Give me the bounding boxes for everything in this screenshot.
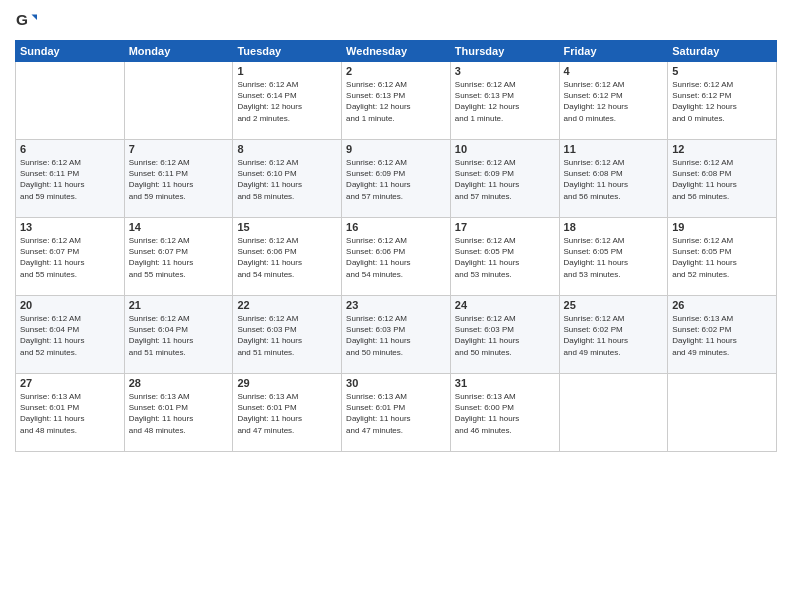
cell-info: Sunrise: 6:12 AM Sunset: 6:11 PM Dayligh… xyxy=(20,157,120,202)
week-row-3: 13Sunrise: 6:12 AM Sunset: 6:07 PM Dayli… xyxy=(16,218,777,296)
svg-marker-1 xyxy=(32,14,38,20)
day-number: 6 xyxy=(20,143,120,155)
calendar-cell: 6Sunrise: 6:12 AM Sunset: 6:11 PM Daylig… xyxy=(16,140,125,218)
cell-info: Sunrise: 6:12 AM Sunset: 6:13 PM Dayligh… xyxy=(455,79,555,124)
calendar-cell: 16Sunrise: 6:12 AM Sunset: 6:06 PM Dayli… xyxy=(342,218,451,296)
day-number: 30 xyxy=(346,377,446,389)
calendar-cell: 20Sunrise: 6:12 AM Sunset: 6:04 PM Dayli… xyxy=(16,296,125,374)
cell-info: Sunrise: 6:12 AM Sunset: 6:08 PM Dayligh… xyxy=(672,157,772,202)
calendar-cell: 1Sunrise: 6:12 AM Sunset: 6:14 PM Daylig… xyxy=(233,62,342,140)
cell-info: Sunrise: 6:12 AM Sunset: 6:09 PM Dayligh… xyxy=(346,157,446,202)
cell-info: Sunrise: 6:12 AM Sunset: 6:05 PM Dayligh… xyxy=(455,235,555,280)
calendar-cell xyxy=(124,62,233,140)
day-number: 26 xyxy=(672,299,772,311)
day-number: 8 xyxy=(237,143,337,155)
week-row-4: 20Sunrise: 6:12 AM Sunset: 6:04 PM Dayli… xyxy=(16,296,777,374)
weekday-header-sunday: Sunday xyxy=(16,41,125,62)
cell-info: Sunrise: 6:12 AM Sunset: 6:07 PM Dayligh… xyxy=(20,235,120,280)
day-number: 23 xyxy=(346,299,446,311)
day-number: 27 xyxy=(20,377,120,389)
day-number: 16 xyxy=(346,221,446,233)
calendar-cell: 22Sunrise: 6:12 AM Sunset: 6:03 PM Dayli… xyxy=(233,296,342,374)
cell-info: Sunrise: 6:12 AM Sunset: 6:08 PM Dayligh… xyxy=(564,157,664,202)
day-number: 5 xyxy=(672,65,772,77)
cell-info: Sunrise: 6:12 AM Sunset: 6:03 PM Dayligh… xyxy=(237,313,337,358)
day-number: 22 xyxy=(237,299,337,311)
calendar-table: SundayMondayTuesdayWednesdayThursdayFrid… xyxy=(15,40,777,452)
calendar-cell: 29Sunrise: 6:13 AM Sunset: 6:01 PM Dayli… xyxy=(233,374,342,452)
cell-info: Sunrise: 6:12 AM Sunset: 6:02 PM Dayligh… xyxy=(564,313,664,358)
calendar-cell: 19Sunrise: 6:12 AM Sunset: 6:05 PM Dayli… xyxy=(668,218,777,296)
week-row-2: 6Sunrise: 6:12 AM Sunset: 6:11 PM Daylig… xyxy=(16,140,777,218)
day-number: 12 xyxy=(672,143,772,155)
day-number: 19 xyxy=(672,221,772,233)
cell-info: Sunrise: 6:12 AM Sunset: 6:05 PM Dayligh… xyxy=(564,235,664,280)
day-number: 10 xyxy=(455,143,555,155)
cell-info: Sunrise: 6:12 AM Sunset: 6:09 PM Dayligh… xyxy=(455,157,555,202)
cell-info: Sunrise: 6:12 AM Sunset: 6:14 PM Dayligh… xyxy=(237,79,337,124)
calendar-cell: 14Sunrise: 6:12 AM Sunset: 6:07 PM Dayli… xyxy=(124,218,233,296)
day-number: 3 xyxy=(455,65,555,77)
cell-info: Sunrise: 6:12 AM Sunset: 6:11 PM Dayligh… xyxy=(129,157,229,202)
calendar-cell: 24Sunrise: 6:12 AM Sunset: 6:03 PM Dayli… xyxy=(450,296,559,374)
calendar-cell: 11Sunrise: 6:12 AM Sunset: 6:08 PM Dayli… xyxy=(559,140,668,218)
calendar-cell: 26Sunrise: 6:13 AM Sunset: 6:02 PM Dayli… xyxy=(668,296,777,374)
calendar-cell: 17Sunrise: 6:12 AM Sunset: 6:05 PM Dayli… xyxy=(450,218,559,296)
cell-info: Sunrise: 6:13 AM Sunset: 6:00 PM Dayligh… xyxy=(455,391,555,436)
calendar-cell: 25Sunrise: 6:12 AM Sunset: 6:02 PM Dayli… xyxy=(559,296,668,374)
day-number: 29 xyxy=(237,377,337,389)
calendar-cell: 27Sunrise: 6:13 AM Sunset: 6:01 PM Dayli… xyxy=(16,374,125,452)
calendar-cell xyxy=(16,62,125,140)
day-number: 7 xyxy=(129,143,229,155)
cell-info: Sunrise: 6:12 AM Sunset: 6:12 PM Dayligh… xyxy=(564,79,664,124)
calendar-cell: 21Sunrise: 6:12 AM Sunset: 6:04 PM Dayli… xyxy=(124,296,233,374)
calendar-cell: 8Sunrise: 6:12 AM Sunset: 6:10 PM Daylig… xyxy=(233,140,342,218)
week-row-5: 27Sunrise: 6:13 AM Sunset: 6:01 PM Dayli… xyxy=(16,374,777,452)
weekday-header-thursday: Thursday xyxy=(450,41,559,62)
cell-info: Sunrise: 6:12 AM Sunset: 6:07 PM Dayligh… xyxy=(129,235,229,280)
calendar-header: G xyxy=(15,10,777,32)
cell-info: Sunrise: 6:12 AM Sunset: 6:13 PM Dayligh… xyxy=(346,79,446,124)
calendar-cell xyxy=(668,374,777,452)
calendar-cell: 4Sunrise: 6:12 AM Sunset: 6:12 PM Daylig… xyxy=(559,62,668,140)
calendar-cell: 3Sunrise: 6:12 AM Sunset: 6:13 PM Daylig… xyxy=(450,62,559,140)
svg-text:G: G xyxy=(16,11,28,28)
cell-info: Sunrise: 6:13 AM Sunset: 6:01 PM Dayligh… xyxy=(129,391,229,436)
cell-info: Sunrise: 6:12 AM Sunset: 6:12 PM Dayligh… xyxy=(672,79,772,124)
cell-info: Sunrise: 6:12 AM Sunset: 6:06 PM Dayligh… xyxy=(237,235,337,280)
calendar-cell: 12Sunrise: 6:12 AM Sunset: 6:08 PM Dayli… xyxy=(668,140,777,218)
calendar-cell: 10Sunrise: 6:12 AM Sunset: 6:09 PM Dayli… xyxy=(450,140,559,218)
calendar-cell: 30Sunrise: 6:13 AM Sunset: 6:01 PM Dayli… xyxy=(342,374,451,452)
calendar-container: G SundayMondayTuesdayWednesdayThursdayFr… xyxy=(0,0,792,612)
cell-info: Sunrise: 6:12 AM Sunset: 6:06 PM Dayligh… xyxy=(346,235,446,280)
day-number: 31 xyxy=(455,377,555,389)
day-number: 13 xyxy=(20,221,120,233)
cell-info: Sunrise: 6:13 AM Sunset: 6:01 PM Dayligh… xyxy=(346,391,446,436)
weekday-header-friday: Friday xyxy=(559,41,668,62)
cell-info: Sunrise: 6:12 AM Sunset: 6:04 PM Dayligh… xyxy=(129,313,229,358)
cell-info: Sunrise: 6:12 AM Sunset: 6:04 PM Dayligh… xyxy=(20,313,120,358)
day-number: 1 xyxy=(237,65,337,77)
cell-info: Sunrise: 6:12 AM Sunset: 6:03 PM Dayligh… xyxy=(346,313,446,358)
day-number: 20 xyxy=(20,299,120,311)
day-number: 11 xyxy=(564,143,664,155)
calendar-cell: 2Sunrise: 6:12 AM Sunset: 6:13 PM Daylig… xyxy=(342,62,451,140)
calendar-cell: 23Sunrise: 6:12 AM Sunset: 6:03 PM Dayli… xyxy=(342,296,451,374)
cell-info: Sunrise: 6:13 AM Sunset: 6:01 PM Dayligh… xyxy=(237,391,337,436)
day-number: 14 xyxy=(129,221,229,233)
day-number: 24 xyxy=(455,299,555,311)
cell-info: Sunrise: 6:13 AM Sunset: 6:01 PM Dayligh… xyxy=(20,391,120,436)
calendar-cell: 5Sunrise: 6:12 AM Sunset: 6:12 PM Daylig… xyxy=(668,62,777,140)
calendar-cell: 31Sunrise: 6:13 AM Sunset: 6:00 PM Dayli… xyxy=(450,374,559,452)
weekday-header-wednesday: Wednesday xyxy=(342,41,451,62)
day-number: 28 xyxy=(129,377,229,389)
week-row-1: 1Sunrise: 6:12 AM Sunset: 6:14 PM Daylig… xyxy=(16,62,777,140)
calendar-cell xyxy=(559,374,668,452)
logo-icon: G xyxy=(15,10,37,32)
weekday-header-row: SundayMondayTuesdayWednesdayThursdayFrid… xyxy=(16,41,777,62)
day-number: 9 xyxy=(346,143,446,155)
cell-info: Sunrise: 6:12 AM Sunset: 6:10 PM Dayligh… xyxy=(237,157,337,202)
weekday-header-saturday: Saturday xyxy=(668,41,777,62)
cell-info: Sunrise: 6:12 AM Sunset: 6:05 PM Dayligh… xyxy=(672,235,772,280)
calendar-cell: 13Sunrise: 6:12 AM Sunset: 6:07 PM Dayli… xyxy=(16,218,125,296)
